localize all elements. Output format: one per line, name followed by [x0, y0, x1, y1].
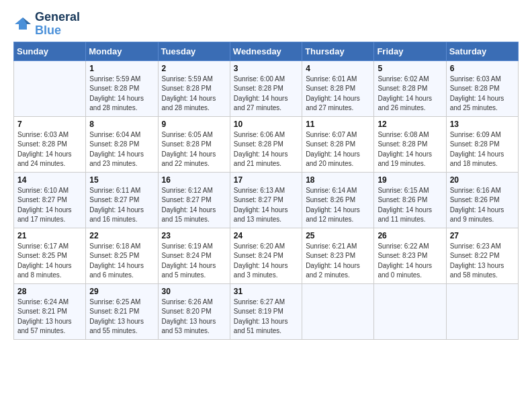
- day-info: Sunrise: 6:24 AM Sunset: 8:21 PM Dayligh…: [17, 298, 82, 336]
- page: General Blue SundayMondayTuesdayWednesda…: [0, 0, 532, 347]
- day-info: Sunrise: 6:20 AM Sunset: 8:24 PM Dayligh…: [234, 242, 298, 281]
- calendar-cell: 31Sunrise: 6:27 AM Sunset: 8:19 PM Dayli…: [230, 283, 302, 339]
- day-number: 27: [450, 231, 515, 240]
- calendar-cell: [14, 60, 86, 116]
- day-info: Sunrise: 6:00 AM Sunset: 8:28 PM Dayligh…: [234, 75, 298, 113]
- calendar-cell: 22Sunrise: 6:18 AM Sunset: 8:25 PM Dayli…: [86, 228, 158, 283]
- day-number: 16: [162, 175, 226, 185]
- calendar-cell: 18Sunrise: 6:14 AM Sunset: 8:26 PM Dayli…: [302, 172, 374, 228]
- day-info: Sunrise: 6:10 AM Sunset: 8:27 PM Dayligh…: [17, 186, 82, 225]
- day-info: Sunrise: 6:13 AM Sunset: 8:27 PM Dayligh…: [234, 186, 298, 225]
- weekday-header-wednesday: Wednesday: [230, 42, 302, 60]
- day-number: 13: [450, 120, 515, 129]
- weekday-header-saturday: Saturday: [446, 42, 518, 60]
- calendar-cell: 27Sunrise: 6:23 AM Sunset: 8:22 PM Dayli…: [446, 228, 518, 283]
- calendar-cell: 5Sunrise: 6:02 AM Sunset: 8:28 PM Daylig…: [374, 60, 446, 116]
- day-number: 12: [378, 120, 442, 129]
- calendar-cell: [374, 283, 446, 339]
- calendar-cell: 15Sunrise: 6:11 AM Sunset: 8:27 PM Dayli…: [86, 172, 158, 228]
- calendar-cell: 19Sunrise: 6:15 AM Sunset: 8:26 PM Dayli…: [374, 172, 446, 228]
- logo-text: General Blue: [35, 11, 80, 38]
- day-number: 29: [89, 287, 154, 296]
- calendar-table: SundayMondayTuesdayWednesdayThursdayFrid…: [13, 42, 519, 340]
- calendar-week-3: 14Sunrise: 6:10 AM Sunset: 8:27 PM Dayli…: [14, 172, 519, 228]
- day-number: 14: [17, 175, 82, 185]
- day-info: Sunrise: 6:19 AM Sunset: 8:24 PM Dayligh…: [162, 242, 226, 281]
- calendar-cell: 28Sunrise: 6:24 AM Sunset: 8:21 PM Dayli…: [14, 283, 86, 339]
- calendar-cell: 20Sunrise: 6:16 AM Sunset: 8:26 PM Dayli…: [446, 172, 518, 228]
- day-info: Sunrise: 6:17 AM Sunset: 8:25 PM Dayligh…: [17, 242, 82, 281]
- calendar-week-4: 21Sunrise: 6:17 AM Sunset: 8:25 PM Dayli…: [14, 228, 519, 283]
- day-info: Sunrise: 6:18 AM Sunset: 8:25 PM Dayligh…: [89, 242, 154, 281]
- day-number: 9: [162, 120, 226, 129]
- day-number: 28: [17, 287, 82, 296]
- calendar-cell: 21Sunrise: 6:17 AM Sunset: 8:25 PM Dayli…: [14, 228, 86, 283]
- day-number: 17: [234, 175, 298, 185]
- day-number: 4: [306, 64, 370, 73]
- calendar-cell: 1Sunrise: 5:59 AM Sunset: 8:28 PM Daylig…: [86, 60, 158, 116]
- calendar-cell: 25Sunrise: 6:21 AM Sunset: 8:23 PM Dayli…: [302, 228, 374, 283]
- day-number: 15: [89, 175, 154, 185]
- weekday-header-sunday: Sunday: [14, 42, 86, 60]
- day-info: Sunrise: 6:01 AM Sunset: 8:28 PM Dayligh…: [306, 75, 370, 113]
- calendar-cell: 17Sunrise: 6:13 AM Sunset: 8:27 PM Dayli…: [230, 172, 302, 228]
- calendar-cell: 9Sunrise: 6:05 AM Sunset: 8:28 PM Daylig…: [158, 116, 230, 172]
- day-info: Sunrise: 6:05 AM Sunset: 8:28 PM Dayligh…: [162, 130, 226, 169]
- day-number: 20: [450, 175, 515, 185]
- day-info: Sunrise: 6:14 AM Sunset: 8:26 PM Dayligh…: [306, 186, 370, 225]
- day-number: 2: [162, 64, 226, 73]
- calendar-cell: 24Sunrise: 6:20 AM Sunset: 8:24 PM Dayli…: [230, 228, 302, 283]
- calendar-cell: 23Sunrise: 6:19 AM Sunset: 8:24 PM Dayli…: [158, 228, 230, 283]
- day-number: 30: [162, 287, 226, 296]
- day-info: Sunrise: 6:08 AM Sunset: 8:28 PM Dayligh…: [378, 130, 442, 169]
- logo-icon: [13, 15, 32, 34]
- calendar-cell: 10Sunrise: 6:06 AM Sunset: 8:28 PM Dayli…: [230, 116, 302, 172]
- day-info: Sunrise: 6:12 AM Sunset: 8:27 PM Dayligh…: [162, 186, 226, 225]
- day-info: Sunrise: 6:27 AM Sunset: 8:19 PM Dayligh…: [234, 298, 298, 336]
- day-info: Sunrise: 5:59 AM Sunset: 8:28 PM Dayligh…: [162, 75, 226, 113]
- calendar-cell: [446, 283, 518, 339]
- calendar-cell: 7Sunrise: 6:03 AM Sunset: 8:28 PM Daylig…: [14, 116, 86, 172]
- day-number: 23: [162, 231, 226, 240]
- day-number: 24: [234, 231, 298, 240]
- logo: General Blue: [13, 11, 80, 38]
- day-info: Sunrise: 6:02 AM Sunset: 8:28 PM Dayligh…: [378, 75, 442, 113]
- day-info: Sunrise: 6:03 AM Sunset: 8:28 PM Dayligh…: [17, 130, 82, 169]
- day-number: 25: [306, 231, 370, 240]
- calendar-cell: 12Sunrise: 6:08 AM Sunset: 8:28 PM Dayli…: [374, 116, 446, 172]
- calendar-cell: [302, 283, 374, 339]
- day-info: Sunrise: 6:22 AM Sunset: 8:23 PM Dayligh…: [378, 242, 442, 281]
- day-number: 22: [89, 231, 154, 240]
- day-number: 18: [306, 175, 370, 185]
- day-info: Sunrise: 6:03 AM Sunset: 8:28 PM Dayligh…: [450, 75, 515, 113]
- calendar-cell: 3Sunrise: 6:00 AM Sunset: 8:28 PM Daylig…: [230, 60, 302, 116]
- calendar-cell: 2Sunrise: 5:59 AM Sunset: 8:28 PM Daylig…: [158, 60, 230, 116]
- weekday-header-thursday: Thursday: [302, 42, 374, 60]
- weekday-header-friday: Friday: [374, 42, 446, 60]
- calendar-cell: 16Sunrise: 6:12 AM Sunset: 8:27 PM Dayli…: [158, 172, 230, 228]
- day-number: 31: [234, 287, 298, 296]
- calendar-cell: 13Sunrise: 6:09 AM Sunset: 8:28 PM Dayli…: [446, 116, 518, 172]
- calendar-cell: 4Sunrise: 6:01 AM Sunset: 8:28 PM Daylig…: [302, 60, 374, 116]
- weekday-header-row: SundayMondayTuesdayWednesdayThursdayFrid…: [14, 42, 519, 60]
- day-number: 7: [17, 120, 82, 129]
- day-info: Sunrise: 6:07 AM Sunset: 8:28 PM Dayligh…: [306, 130, 370, 169]
- day-number: 19: [378, 175, 442, 185]
- day-info: Sunrise: 6:11 AM Sunset: 8:27 PM Dayligh…: [89, 186, 154, 225]
- day-info: Sunrise: 5:59 AM Sunset: 8:28 PM Dayligh…: [89, 75, 154, 113]
- calendar-cell: 14Sunrise: 6:10 AM Sunset: 8:27 PM Dayli…: [14, 172, 86, 228]
- day-info: Sunrise: 6:21 AM Sunset: 8:23 PM Dayligh…: [306, 242, 370, 281]
- day-number: 26: [378, 231, 442, 240]
- day-info: Sunrise: 6:04 AM Sunset: 8:28 PM Dayligh…: [89, 130, 154, 169]
- day-number: 6: [450, 64, 515, 73]
- calendar-cell: 30Sunrise: 6:26 AM Sunset: 8:20 PM Dayli…: [158, 283, 230, 339]
- day-number: 8: [89, 120, 154, 129]
- day-info: Sunrise: 6:25 AM Sunset: 8:21 PM Dayligh…: [89, 298, 154, 336]
- calendar-cell: 6Sunrise: 6:03 AM Sunset: 8:28 PM Daylig…: [446, 60, 518, 116]
- day-info: Sunrise: 6:26 AM Sunset: 8:20 PM Dayligh…: [162, 298, 226, 336]
- calendar-week-2: 7Sunrise: 6:03 AM Sunset: 8:28 PM Daylig…: [14, 116, 519, 172]
- calendar-cell: 29Sunrise: 6:25 AM Sunset: 8:21 PM Dayli…: [86, 283, 158, 339]
- calendar-week-1: 1Sunrise: 5:59 AM Sunset: 8:28 PM Daylig…: [14, 60, 519, 116]
- day-number: 3: [234, 64, 298, 73]
- day-number: 1: [89, 64, 154, 73]
